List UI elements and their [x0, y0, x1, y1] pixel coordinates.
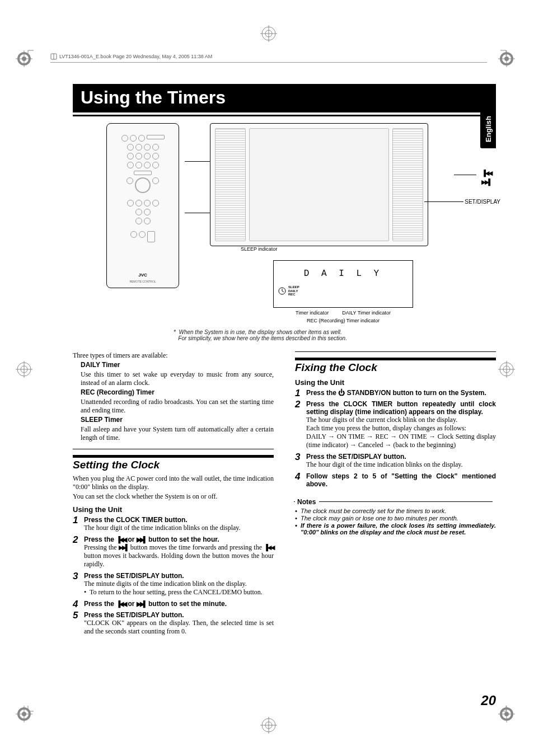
footnote-star: *	[174, 329, 176, 335]
header-bookline: LVT1346-001A_E.book Page 20 Wednesday, M…	[50, 53, 487, 63]
prev-track-icon: ▐◀◀	[116, 600, 126, 608]
note-item: The clock must be correctly set for the …	[295, 508, 496, 514]
step-head: Press the ⏻ STANDBY/ON button to turn on…	[306, 389, 496, 397]
notes-heading: Notes	[295, 497, 319, 506]
step-head: Press the SET/DISPLAY button.	[306, 453, 496, 461]
heading-setting-clock: Setting the Clock	[73, 455, 274, 471]
next-track-icon: ▶▶▌	[481, 179, 491, 186]
registration-mark-icon	[16, 361, 32, 378]
remote-diagram: JVC REMOTE CONTROL	[106, 123, 179, 288]
step-body: "CLOCK OK" appears on the display. Then,…	[84, 619, 274, 636]
prev-track-icon: ▐◀◀	[264, 544, 274, 551]
step-number: 3	[295, 452, 300, 463]
left-column: Three types of timers are available: DAI…	[73, 351, 274, 639]
step-body: The hour digits of the current clock bli…	[306, 416, 496, 424]
next-track-icon: ▶▶▌	[119, 544, 129, 551]
step-sequence: DAILY → ON TIME → REC → ON TIME → Clock …	[306, 433, 496, 449]
step-number: 5	[73, 610, 78, 621]
notes-list: The clock must be correctly set for the …	[295, 508, 496, 536]
step-bullet: To return to the hour setting, press the…	[84, 588, 274, 597]
step: 2 Press the CLOCK TIMER button repeatedl…	[295, 400, 496, 449]
prev-track-icon: ▐◀◀	[481, 170, 491, 177]
step: 3 Press the SET/DISPLAY button. The minu…	[73, 572, 274, 597]
registration-mark-icon	[498, 361, 515, 378]
label-set-display: SET/DISPLAY	[465, 199, 500, 205]
lcd-display-text: D A I L Y	[274, 269, 413, 279]
lcd-ind-sleep: SLEEP	[288, 285, 299, 289]
step: 3 Press the SET/DISPLAY button. The hour…	[295, 453, 496, 469]
step-number: 1	[73, 515, 78, 526]
right-column: Fixing the Clock Using the Unit 1 Press …	[295, 351, 496, 639]
setting-p2: You can set the clock whether the System…	[73, 492, 274, 501]
crop-mark-icon	[500, 45, 512, 56]
step: 1 Press the ⏻ STANDBY/ON button to turn …	[295, 389, 496, 397]
remote-subtitle: REMOTE CONTROL	[129, 280, 156, 283]
page-number: 20	[481, 693, 496, 708]
setting-steps: 1 Press the CLOCK TIMER button. The hour…	[73, 516, 274, 636]
next-track-icon: ▶▶▌	[137, 536, 147, 543]
crop-mark-icon	[500, 706, 512, 717]
intro-lead: Three types of timers are available:	[73, 351, 274, 360]
step-body: Each time you press the button, display …	[306, 424, 496, 433]
step: 1 Press the CLOCK TIMER button. The hour…	[73, 516, 274, 532]
step-body: The minute digits of the time indication…	[84, 580, 274, 588]
label-rec-timer-indicator: REC (Recording) Timer indicator	[190, 318, 496, 323]
daily-title: DAILY Timer	[81, 361, 274, 369]
leader-line	[424, 201, 463, 202]
rec-body: Unattended recording of radio broadcasts…	[81, 398, 274, 415]
page-content: Using the Timers JVC REMOTE CONTROL	[73, 84, 496, 639]
label-timer-indicator: Timer indicator	[296, 310, 329, 316]
registration-mark-icon	[260, 717, 277, 734]
next-track-icon: ▶▶▌	[137, 600, 147, 608]
step-number: 1	[295, 388, 300, 399]
clock-icon	[278, 287, 286, 295]
lcd-panel: D A I L Y SLEEP DAILY REC	[273, 260, 413, 308]
step-number: 4	[295, 471, 300, 482]
crop-mark-icon	[22, 45, 34, 56]
footnote-line1: When the System is in use, the display s…	[179, 329, 341, 335]
step: 5 Press the SET/DISPLAY button. "CLOCK O…	[73, 611, 274, 636]
step-head: Follow steps 2 to 5 of "Setting the Cloc…	[306, 472, 496, 488]
title-underline	[73, 115, 496, 116]
daily-body: Use this timer to set wake up everyday t…	[81, 370, 274, 387]
svg-line-40	[282, 291, 284, 292]
note-item: The clock may gain or lose one to two mi…	[295, 515, 496, 522]
step: 4 Follow steps 2 to 5 of "Setting the Cl…	[295, 472, 496, 488]
sleep-body: Fall asleep and have your System turn of…	[81, 425, 274, 442]
bookline-text: LVT1346-001A_E.book Page 20 Wednesday, M…	[59, 54, 212, 59]
step-number: 2	[73, 534, 78, 546]
step-head: Press the SET/DISPLAY button.	[84, 572, 274, 580]
lcd-ind-rec: REC	[288, 293, 299, 297]
step-body: Pressing the ▶▶▌ button moves the time f…	[84, 543, 274, 569]
setting-p1: When you plug the AC power cord into the…	[73, 475, 274, 491]
note-item: If there is a power failure, the clock l…	[295, 522, 496, 536]
step-head: Press the CLOCK TIMER button repeatedly …	[306, 400, 496, 416]
sleep-title: SLEEP Timer	[81, 416, 274, 424]
step-head: Press the CLOCK TIMER button.	[84, 516, 274, 524]
footnote-line2: For simplicity, we show here only the it…	[178, 335, 347, 341]
leader-line	[454, 175, 476, 175]
step-body: The hour digit of the time indication bl…	[306, 461, 496, 469]
book-icon	[50, 53, 57, 60]
step-head: Press the ▐◀◀ or ▶▶▌ button to set the h…	[84, 536, 274, 543]
heading-using-unit-r: Using the Unit	[295, 378, 496, 387]
fixing-steps: 1 Press the ⏻ STANDBY/ON button to turn …	[295, 389, 496, 488]
system-diagram	[210, 123, 428, 246]
prev-track-icon: ▐◀◀	[116, 536, 126, 543]
lcd-ind-daily: DAILY	[288, 289, 299, 293]
rec-title: REC (Recording) Timer	[81, 388, 274, 397]
step-head: Press the SET/DISPLAY button.	[84, 611, 274, 619]
step-body: The hour digit of the time indication bl…	[84, 524, 274, 532]
step: 2 Press the ▐◀◀ or ▶▶▌ button to set the…	[73, 536, 274, 569]
step: 4 Press the ▐◀◀ or ▶▶▌ button to set the…	[73, 600, 274, 608]
power-icon: ⏻	[338, 389, 345, 397]
step-number: 2	[295, 399, 300, 410]
label-daily-timer-indicator: DAILY Timer indicator	[342, 310, 391, 316]
heading-using-unit-l: Using the Unit	[73, 505, 274, 514]
page-title: Using the Timers	[73, 84, 496, 112]
label-prev-next: ▐◀◀ ▶▶▌	[481, 168, 491, 186]
step-head: Press the ▐◀◀ or ▶▶▌ button to set the m…	[84, 600, 274, 608]
crop-mark-icon	[22, 706, 34, 717]
label-sleep-indicator: SLEEP indicator	[190, 246, 496, 252]
step-number: 3	[73, 571, 78, 582]
